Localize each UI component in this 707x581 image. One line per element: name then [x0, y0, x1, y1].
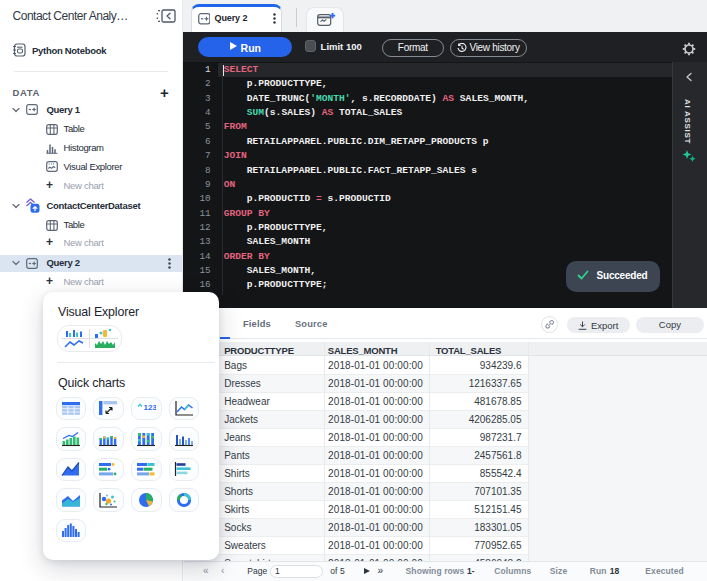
svg-text:123: 123 — [144, 403, 157, 412]
